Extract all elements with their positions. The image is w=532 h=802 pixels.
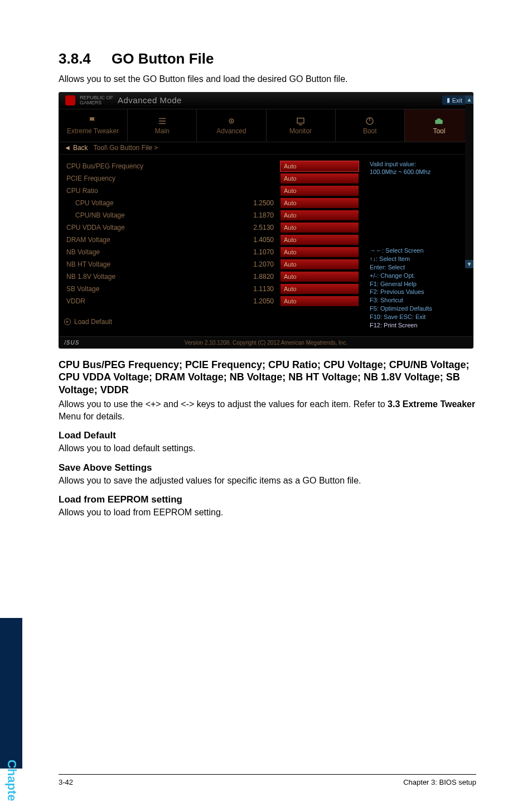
power-icon: [364, 116, 376, 126]
bios-screenshot: REPUBLIC OFGAMERS Advanced Mode ▮ Exit E…: [59, 92, 473, 349]
setting-label: CPU/NB Voltage: [63, 211, 236, 219]
breadcrumb-bar: ◄ Back Tool\ Go Button File >: [59, 142, 473, 154]
menu-tool[interactable]: Tool: [405, 109, 473, 142]
footer-chapter-label: Chapter 3: BIOS setup: [403, 778, 476, 786]
setting-value: 1.1070: [236, 248, 280, 256]
setting-row[interactable]: CPU Voltage1.2500Auto: [63, 197, 359, 209]
rog-logo-icon: [65, 95, 75, 105]
setting-row[interactable]: CPU VDDA Voltage2.5130Auto: [63, 221, 359, 234]
svg-rect-2: [297, 118, 304, 123]
setting-field[interactable]: Auto: [280, 235, 359, 245]
setting-field[interactable]: Auto: [280, 284, 359, 294]
setting-field[interactable]: Auto: [280, 223, 359, 233]
topic-body: Allows you to save the adjusted values f…: [59, 475, 476, 487]
help-key-line: →←: Select Screen: [370, 247, 467, 255]
setting-label: CPU Bus/PEG Frequency: [63, 162, 236, 170]
setting-row[interactable]: CPU Bus/PEG FrequencyAuto: [63, 160, 359, 172]
help-key-line: F2: Previous Values: [370, 288, 467, 296]
scroll-up-icon[interactable]: ▲: [465, 95, 473, 104]
setting-field[interactable]: Auto: [280, 296, 359, 306]
menu-monitor[interactable]: Monitor: [267, 109, 335, 142]
setting-value: 1.2500: [236, 199, 280, 207]
params-heading: CPU Bus/PEG Frequency; PCIE Frequency; C…: [59, 359, 476, 397]
setting-field[interactable]: Auto: [280, 186, 359, 196]
setting-label: NB Voltage: [63, 248, 236, 256]
menu-advanced[interactable]: Advanced: [197, 109, 265, 142]
help-pane: Valid input value: 100.0Mhz ~ 600.0Mhz →…: [363, 154, 473, 335]
setting-row[interactable]: NB 1.8V Voltage1.8820Auto: [63, 270, 359, 283]
section-heading: 3.8.4GO Button File: [59, 50, 476, 67]
bios-footer: /SUS Version 2.10.1208. Copyright (C) 20…: [59, 336, 473, 349]
setting-value: 2.5130: [236, 224, 280, 231]
back-arrow-icon: ◄: [64, 144, 71, 152]
section-title: GO Button File: [112, 50, 214, 67]
setting-field[interactable]: Auto: [280, 259, 359, 269]
setting-value: 1.1130: [236, 285, 280, 293]
setting-field[interactable]: Auto: [280, 272, 359, 282]
monitor-icon: [294, 116, 307, 126]
breadcrumb-path: Tool\ Go Button File >: [94, 144, 158, 152]
setting-label: CPU Ratio: [63, 187, 236, 195]
menu-boot[interactable]: Boot: [336, 109, 404, 142]
menu-extreme-tweaker[interactable]: Extreme Tweaker: [59, 109, 127, 142]
page-footer: 3-42 Chapter 3: BIOS setup: [59, 774, 476, 786]
setting-row[interactable]: VDDR1.2050Auto: [63, 295, 359, 307]
help-key-line: F12: Print Screen: [370, 321, 467, 330]
setting-row[interactable]: PCIE FrequencyAuto: [63, 172, 359, 185]
setting-label: NB 1.8V Voltage: [63, 273, 236, 281]
load-default-item[interactable]: ▸ Load Default: [63, 316, 359, 327]
setting-label: CPU VDDA Voltage: [63, 224, 236, 231]
bios-version-text: Version 2.10.1208. Copyright (C) 2012 Am…: [185, 340, 347, 346]
setting-label: DRAM Voltage: [63, 236, 236, 244]
svg-point-1: [230, 120, 232, 122]
params-body: Allows you to use the <+> and <-> keys t…: [59, 398, 476, 422]
intro-text: Allows you to set the GO Button files an…: [59, 73, 476, 85]
gear-icon: [225, 116, 238, 126]
setting-row[interactable]: SB Voltage1.1130Auto: [63, 283, 359, 295]
setting-value: 1.4050: [236, 236, 280, 244]
setting-row[interactable]: DRAM Voltage1.4050Auto: [63, 234, 359, 246]
page-number: 3-42: [59, 778, 73, 786]
setting-field[interactable]: Auto: [280, 247, 359, 257]
exit-icon: ▮: [447, 96, 450, 104]
setting-label: SB Voltage: [63, 285, 236, 293]
setting-label: NB HT Voltage: [63, 260, 236, 268]
setting-row[interactable]: CPU/NB Voltage1.1870Auto: [63, 209, 359, 221]
help-key-line: F3: Shortcut: [370, 296, 467, 305]
chapter-tab-label: Chapter 3: [4, 760, 19, 802]
help-key-line: F10: Save ESC: Exit: [370, 313, 467, 321]
back-button[interactable]: ◄ Back: [64, 144, 88, 152]
setting-value: 1.2050: [236, 297, 280, 305]
mode-label: Advanced Mode: [118, 95, 182, 105]
help-key-line: Enter: Select: [370, 263, 467, 272]
help-key-line: ↑↓: Select Item: [370, 255, 467, 263]
setting-label: PCIE Frequency: [63, 175, 236, 182]
exit-button[interactable]: ▮ Exit: [442, 95, 467, 105]
flag-icon: [87, 116, 99, 126]
topic-heading: Load Default: [59, 430, 476, 441]
setting-value: 1.8820: [236, 273, 280, 281]
setting-row[interactable]: NB HT Voltage1.2070Auto: [63, 258, 359, 270]
setting-field[interactable]: Auto: [280, 173, 359, 183]
setting-field[interactable]: Auto: [280, 210, 359, 220]
tool-icon: [433, 116, 445, 126]
topic-heading: Load from EEPROM setting: [59, 494, 476, 505]
list-icon: [156, 116, 168, 126]
help-valid-range: 100.0Mhz ~ 600.0Mhz: [370, 168, 467, 176]
setting-label: CPU Voltage: [63, 199, 236, 207]
section-number: 3.8.4: [59, 50, 112, 67]
setting-field[interactable]: Auto: [280, 198, 359, 208]
help-key-line: F5: Optimized Defaults: [370, 305, 467, 313]
menu-main[interactable]: Main: [128, 109, 196, 142]
setting-field[interactable]: Auto: [280, 161, 359, 171]
topic-heading: Save Above Settings: [59, 462, 476, 474]
settings-pane: CPU Bus/PEG FrequencyAutoPCIE FrequencyA…: [59, 154, 363, 335]
bios-menubar: Extreme Tweaker Main Advanced Monitor Bo…: [59, 109, 473, 142]
svg-rect-4: [436, 119, 443, 124]
topic-body: Allows you to load from EEPROM setting.: [59, 506, 476, 519]
chapter-tab: Chapter 3: [0, 618, 22, 769]
topic-body: Allows you to load default settings.: [59, 442, 476, 455]
setting-row[interactable]: CPU RatioAuto: [63, 185, 359, 197]
setting-value: 1.2070: [236, 260, 280, 268]
setting-row[interactable]: NB Voltage1.1070Auto: [63, 246, 359, 258]
